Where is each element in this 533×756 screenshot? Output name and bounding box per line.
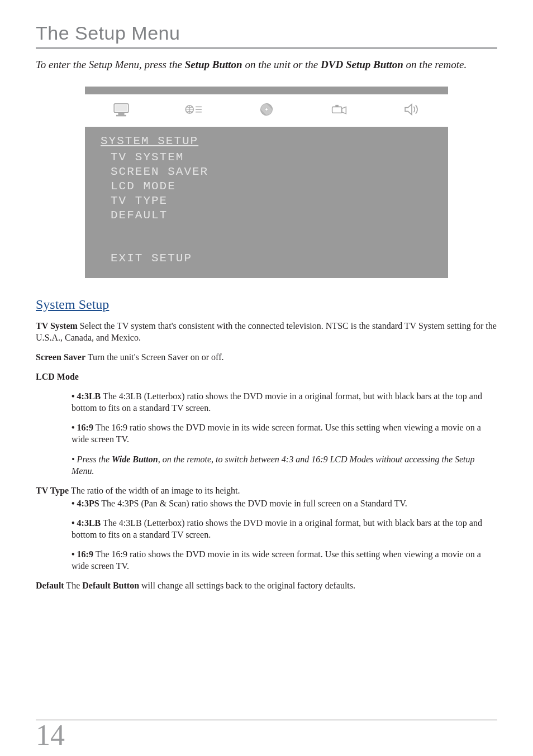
lcd-169: • 16:9 The 16:9 ratio shows the DVD movi… [72,422,497,445]
menu-body: SYSTEM SETUP TV SYSTEM SCREEN SAVER LCD … [85,127,448,275]
tab-video [303,95,375,126]
intro-text-2: on the unit or the [242,59,321,70]
para-lcd-mode-label: LCD Mode [36,371,497,382]
label-tv-type: TV Type [36,486,69,495]
setup-menu-screenshot: SYSTEM SETUP TV SYSTEM SCREEN SAVER LCD … [36,87,497,278]
lcd-note-bold: Wide Button [112,454,158,464]
tvtype-169-text: The 16:9 ratio shows the DVD movie in it… [72,549,481,571]
menu-section-title: SYSTEM SETUP [101,135,432,147]
tvtype-43ps: • 4:3PS The 4:3PS (Pan & Scan) ratio sho… [72,497,497,509]
tvtype-43lb-bold: • 4:3LB [72,518,101,528]
svg-rect-3 [117,115,126,116]
tvtype-43lb: • 4:3LB The 4:3LB (Letterbox) ratio show… [72,517,497,540]
menu-item-tv-system: TV SYSTEM [111,151,432,164]
menu-tab-bar [85,94,448,127]
text-screen-saver: Turn the unit's Screen Saver on or off. [85,352,223,362]
intro-text-1: To enter the Setup Menu, press the [36,59,185,70]
tab-audio [230,95,303,126]
menu-top-pad [85,87,448,94]
body-text: TV System Select the TV system that's co… [36,320,497,592]
tvtype-43lb-text: The 4:3LB (Letterbox) ratio shows the DV… [72,518,482,539]
monitor-icon [112,102,131,119]
text-tv-system: Select the TV system that's consistent w… [36,321,497,342]
title-rule [36,47,497,49]
menu-item-default: DEFAULT [111,209,432,222]
tvtype-43ps-bold: • 4:3PS [72,499,99,508]
page: The Setup Menu To enter the Setup Menu, … [0,0,533,756]
intro-text-3: on the remote. [403,59,467,70]
camera-icon [330,102,349,119]
tab-speaker [375,95,448,126]
default-t2: will change all settings back to the ori… [139,581,355,590]
svg-rect-2 [118,113,124,114]
para-tv-system: TV System Select the TV system that's co… [36,320,497,343]
intro-bold-2: DVD Setup Button [321,59,403,70]
svg-rect-1 [116,105,127,111]
speaker-icon [402,102,421,119]
menu-bottom-pad [85,275,448,278]
tab-system [85,95,158,126]
footer-rule [36,720,497,720]
section-heading-system-setup: System Setup [36,297,497,312]
para-screen-saver: Screen Saver Turn the unit's Screen Save… [36,351,497,363]
lcd-43lb-bold: • 4:3LB [72,391,101,401]
intro-paragraph: To enter the Setup Menu, press the Setup… [36,58,497,72]
lcd-43lb: • 4:3LB The 4:3LB (Letterbox) ratio show… [72,390,497,414]
lcd-169-bold: • 16:9 [72,423,93,432]
page-title: The Setup Menu [36,22,497,44]
lcd-note-t1: • Press the [72,454,112,464]
tvtype-169: • 16:9 The 16:9 ratio shows the DVD movi… [72,548,497,572]
svg-point-9 [265,108,268,111]
label-default-button: Default Button [82,581,139,590]
disc-icon [257,102,276,119]
menu-item-tv-type: TV TYPE [111,194,432,207]
lcd-mode-sublist: • 4:3LB The 4:3LB (Letterbox) ratio show… [72,390,497,477]
default-t1: The [64,581,83,590]
label-tv-system: TV System [36,321,78,331]
lcd-169-text: The 16:9 ratio shows the DVD movie in it… [72,423,481,444]
label-screen-saver: Screen Saver [36,352,85,362]
lcd-wide-note: • Press the Wide Button, on the remote, … [72,453,497,477]
setup-menu-panel: SYSTEM SETUP TV SYSTEM SCREEN SAVER LCD … [85,87,448,278]
menu-item-screen-saver: SCREEN SAVER [111,165,432,178]
para-tv-type-label: TV Type The ratio of the width of an ima… [36,485,497,496]
tv-type-sublist: • 4:3PS The 4:3PS (Pan & Scan) ratio sho… [72,497,497,572]
tvtype-169-bold: • 16:9 [72,549,93,559]
para-default: Default The Default Button will change a… [36,580,497,591]
tvtype-43ps-text: The 4:3PS (Pan & Scan) ratio shows the D… [99,499,407,508]
menu-exit-setup: EXIT SETUP [111,252,432,265]
label-lcd-mode: LCD Mode [36,372,79,381]
lcd-43lb-text: The 4:3LB (Letterbox) ratio shows the DV… [72,391,482,413]
tab-language [158,95,230,126]
globe-list-icon [184,102,203,119]
text-tv-type-desc: The ratio of the width of an image to it… [69,486,240,495]
svg-rect-10 [332,107,342,113]
intro-bold-1: Setup Button [185,59,242,70]
label-default: Default [36,581,64,590]
svg-rect-11 [336,105,339,107]
menu-item-lcd-mode: LCD MODE [111,180,432,193]
menu-item-list: TV SYSTEM SCREEN SAVER LCD MODE TV TYPE … [111,151,432,222]
page-number: 14 [36,719,65,752]
